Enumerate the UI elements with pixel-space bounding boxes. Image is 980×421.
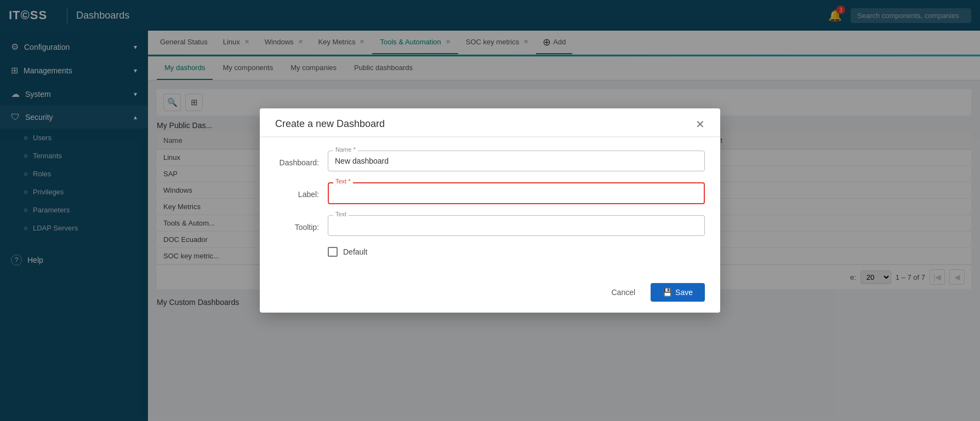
form-row-tooltip: Tooltip: Text [275,215,705,236]
default-checkbox[interactable] [328,247,338,257]
label-field-wrap: Text * [328,182,705,204]
tooltip-input[interactable] [328,215,705,236]
modal-header: Create a new Dashboard ✕ [260,108,720,137]
dashboard-name-input[interactable] [328,151,705,171]
name-field-wrap: Name * [328,151,705,171]
modal-overlay: Create a new Dashboard ✕ Dashboard: Name… [0,0,980,421]
name-field-floating-label: Name * [333,146,358,153]
label-input[interactable] [328,182,705,204]
cancel-button[interactable]: Cancel [602,284,644,301]
dashboard-field-label: Dashboard: [275,151,319,167]
default-checkbox-row: Default [275,247,705,257]
save-icon: 💾 [663,288,672,297]
default-checkbox-label: Default [343,247,367,256]
modal-footer: Cancel 💾 Save [260,276,720,313]
modal-close-button[interactable]: ✕ [696,119,705,130]
modal-title: Create a new Dashboard [275,118,385,130]
form-row-label: Label: Text * [275,182,705,204]
text-required-label: Text * [333,178,353,184]
text-placeholder-label: Text [333,211,349,217]
save-label: Save [675,288,693,297]
label-field-label: Label: [275,182,319,199]
tooltip-field-wrap: Text [328,215,705,236]
modal-body: Dashboard: Name * Label: Text * Tooltip:… [260,137,720,276]
create-dashboard-modal: Create a new Dashboard ✕ Dashboard: Name… [260,108,720,313]
tooltip-field-label: Tooltip: [275,215,319,232]
save-button[interactable]: 💾 Save [651,283,705,302]
form-row-dashboard: Dashboard: Name * [275,151,705,171]
